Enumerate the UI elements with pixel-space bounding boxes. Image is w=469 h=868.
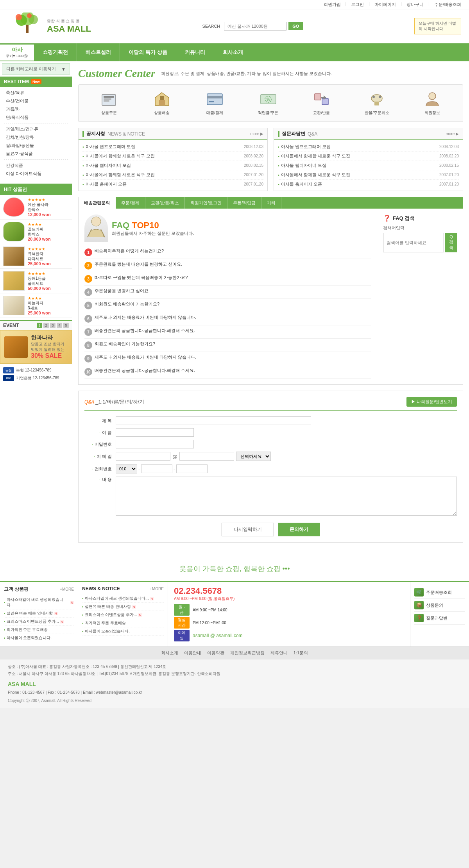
faq-item-7[interactable]: 7 배송관련문의 궁금합니다.궁금합니다.해결해 주세요.: [84, 325, 371, 339]
review-item-3[interactable]: • 크리스마스 이벤트상품 추가... N: [4, 618, 74, 626]
service-icon-coupon[interactable]: % 적립금/쿠폰: [258, 91, 279, 116]
qa-phone-prefix-select[interactable]: 010 011 016 017 019 02 031: [116, 464, 137, 473]
hit-item-3[interactable]: ★★★★★ 유색한자다과세트 25,000 won: [0, 244, 72, 269]
hit-item-2[interactable]: ★★★★ 골드키위한박스 20,000 won: [0, 220, 72, 244]
faq-item-1[interactable]: 1 배송위치추적은 어떻게 하는건가요?: [84, 246, 371, 259]
top-link-register[interactable]: 회원가입: [324, 2, 341, 7]
faq-item-2[interactable]: 2 주문완료를 뺐는데 배송지를 변경하고 싶어요.: [84, 259, 371, 272]
event-banner[interactable]: 한과나라 달콤고 조선 한과가맛있게 될려해 있는 30% SALE: [0, 330, 72, 364]
event-dot-3[interactable]: 3: [50, 323, 55, 328]
qa-input-content[interactable]: [116, 477, 457, 516]
search-input[interactable]: [224, 22, 286, 30]
quick-link-qa[interactable]: ❓ 질문과답변: [414, 612, 465, 625]
top-link-mypage[interactable]: 마이페이지: [374, 2, 396, 7]
review-more-link[interactable]: +MORE: [60, 587, 74, 591]
top-link-cart[interactable]: 장바구니: [406, 2, 424, 7]
qa-item-1[interactable]: • 아사몰 웹프로그래머 모집 2008.12.03: [278, 142, 459, 152]
qa-email-domain-select[interactable]: 선택하세요 gmail.com naver.com daum.net: [236, 452, 271, 461]
faq-tab-shipping[interactable]: 배송관련문의: [79, 197, 116, 209]
service-icon-member[interactable]: 회원정보: [422, 91, 442, 116]
review-item-4[interactable]: • 최가적인 주문 무료배송: [4, 626, 74, 634]
hit-item-1[interactable]: ★★★★★ 예산 꿀사과한박스 12,000 won: [0, 195, 72, 220]
event-dot-5[interactable]: 5: [63, 323, 69, 328]
nav-link-community[interactable]: 커뮤니티: [176, 43, 214, 61]
faq-tab-member[interactable]: 회원가입/로그인: [185, 197, 227, 209]
footer-nav-guide[interactable]: 이용안내: [184, 650, 201, 656]
top-link-order[interactable]: 주문/배송조회: [434, 2, 461, 7]
service-icon-payment[interactable]: 대금/결제: [205, 91, 224, 116]
faq-item-10[interactable]: 10 배송관련문의 궁금합니다.궁금합니다.해결해 주세요.: [84, 365, 371, 379]
event-dot-2[interactable]: 2: [43, 323, 49, 328]
contact-email-link[interactable]: asamall @ asamall.com: [193, 633, 243, 638]
sidebar-item-fruit[interactable]: 과일/채소/견과류: [0, 125, 72, 133]
footer-nav-contact[interactable]: 1:1문의: [294, 650, 308, 656]
qa-input-email-domain[interactable]: [179, 452, 234, 461]
hit-item-4[interactable]: ★★★★★ 동해1등급굴비세트 50,000 won: [0, 269, 72, 293]
faq-item-5[interactable]: 5 비회원도 배송확인이 가능한가요?: [84, 299, 371, 312]
news-item-2[interactable]: • 아사몰에서 함께할 새로운 식구 모집 2008.02.20: [82, 152, 263, 161]
hit-item-5[interactable]: ★★★★ 마늘과자3세트 25,000 won: [0, 293, 72, 318]
qa-input-name[interactable]: [116, 428, 194, 437]
service-icon-exchange[interactable]: 교환/반품: [312, 91, 331, 116]
sidebar-item-kimchi[interactable]: 김치/반찬/장류: [0, 133, 72, 141]
sidebar-item-health[interactable]: 건강식품: [0, 161, 72, 170]
faq-tab-etc[interactable]: 기타: [261, 197, 281, 209]
sidebar-item-noodle[interactable]: 면/죽식식품: [0, 113, 72, 121]
nav-link-special[interactable]: 이달의 특가 상품: [120, 43, 176, 61]
sidebar-item-meat[interactable]: 축산/육류: [0, 89, 72, 97]
service-icon-order[interactable]: 상품주문: [99, 91, 119, 116]
footer-nav-terms[interactable]: 이용약관: [207, 650, 224, 656]
footer-nav-privacy[interactable]: 개인정보취급방침: [230, 650, 265, 656]
search-button[interactable]: GO: [288, 22, 303, 30]
faq-item-3[interactable]: 3 따로따로 구입을 뺐는데 묶음배송이 가능한가요?: [84, 272, 371, 286]
qa-item-3[interactable]: • 아사몰 웹디자이너 모집 2008.02.15: [278, 161, 459, 170]
sidebar-item-diet[interactable]: 여성 다이어트식품: [0, 170, 72, 178]
news-item-5[interactable]: • 아사몰 홈폐이지 오픈 2007.01.20: [82, 180, 263, 189]
qa-reset-button[interactable]: 다시입력하기: [222, 523, 274, 536]
faq-tab-coupon[interactable]: 쿠폰/적립금: [227, 197, 261, 209]
news-bottom-item-2[interactable]: • 설연유 빠른 배송 안내사항 N: [82, 603, 164, 611]
faq-item-8[interactable]: 8 회원도 배송확인이 가능한가요?: [84, 339, 371, 352]
news-item-3[interactable]: • 아사몰 웹디자이너 모집 2008.02.15: [82, 161, 263, 170]
qa-submit-button[interactable]: 문의하기: [278, 523, 320, 536]
qa-input-password[interactable]: [116, 440, 194, 448]
sidebar-item-rice[interactable]: 쌀/과일/농산물: [0, 141, 72, 150]
quick-link-order[interactable]: 🛒 주문배송조회: [414, 586, 465, 599]
nav-link-sale[interactable]: 쇼핑기획전: [34, 43, 77, 61]
top-link-login[interactable]: 로그인: [351, 2, 364, 7]
footer-nav-about[interactable]: 회사소개: [161, 650, 178, 656]
news-bottom-item-3[interactable]: • 크리스마스 이벤트상품 추가... N: [82, 611, 164, 619]
nav-link-best[interactable]: 베스트셀러: [77, 43, 120, 61]
qa-item-2[interactable]: • 아사몰에서 함께할 새로운 식구 모집 2008.02.20: [278, 152, 459, 161]
faq-item-9[interactable]: 9 제주도나 외지는 배송료가 비싼데 타당하지 않습니다.: [84, 352, 371, 365]
faq-item-6[interactable]: 6 제주도나 외지는 배송료가 비싼데 타당하지 않습니다.: [84, 312, 371, 325]
review-item-1[interactable]: • 아사스타일이 새로 생성되었습니다... N: [4, 596, 74, 609]
qa-item-5[interactable]: • 아사몰 홈폐이지 오픈 2007.01.20: [278, 180, 459, 189]
quick-link-product-inquiry[interactable]: 📦 상품문의: [414, 599, 465, 612]
faq-tab-exchange[interactable]: 교환/반품/취소: [145, 197, 185, 209]
news-bottom-item-1[interactable]: • 아사스타일이 새로 생성되었습니다... N: [82, 595, 164, 603]
nav-link-about[interactable]: 회사소개: [214, 43, 252, 61]
qa-my-answers-button[interactable]: ▶ 나의질문/답변보기: [406, 397, 457, 407]
qa-input-email-local[interactable]: [116, 452, 170, 461]
news-bottom-item-4[interactable]: • 최가적인 주문 무료배송: [82, 619, 164, 627]
review-item-2[interactable]: • 설연유 빠른 배송 안내사항 N: [4, 609, 74, 618]
faq-search-input[interactable]: [383, 233, 444, 252]
qa-item-4[interactable]: • 아사몰에서 함께할 새로운 식구 모집 2007.01.20: [278, 170, 459, 180]
sidebar-cat-header[interactable]: 다른 카테고리로 이동하기 ▼: [2, 63, 70, 75]
faq-tab-order[interactable]: 주문/결제: [116, 197, 145, 209]
news-item-1[interactable]: • 아사몰 웹프로그래머 모집 2008.12.03: [82, 142, 263, 152]
news-bottom-more-link[interactable]: +MORE: [150, 587, 164, 591]
sidebar-item-drink[interactable]: 음료/가공식품: [0, 150, 72, 158]
faq-search-button[interactable]: Q 검색: [445, 233, 457, 252]
sidebar-item-seafood[interactable]: 수산/건어물: [0, 97, 72, 105]
news-bottom-item-5[interactable]: • 아사몰이 오픈되었습니다.: [82, 627, 164, 636]
notice-more-link[interactable]: more ▶: [250, 132, 263, 136]
service-icon-phone[interactable]: 한율/주문취소: [365, 91, 389, 116]
service-icon-shipping[interactable]: 상품배송: [152, 91, 172, 116]
review-item-5[interactable]: • 아사몰이 오픈되었습니다.: [4, 634, 74, 642]
qa-input-phone-middle[interactable]: [141, 464, 172, 473]
event-dot-4[interactable]: 4: [57, 323, 62, 328]
qa-input-subject[interactable]: [116, 416, 311, 425]
news-item-4[interactable]: • 아사몰에서 함께할 새로운 식구 모집 2007.01.20: [82, 170, 263, 180]
